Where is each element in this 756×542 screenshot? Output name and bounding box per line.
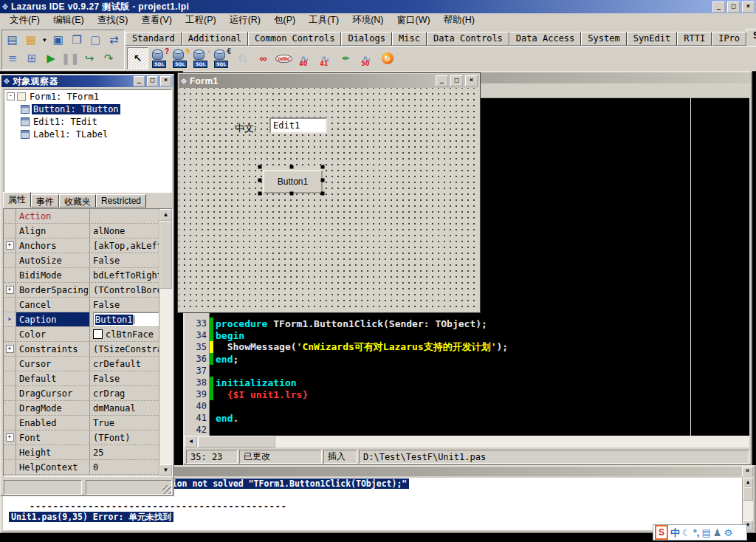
property-value[interactable]: clBtnFace [90,329,159,340]
palette-tab-data-access[interactable]: Data Access [509,32,581,46]
form-minimize-button[interactable]: _ [436,75,448,86]
message-item-error[interactable]: Unit1.pas(9,35) Error: 单元未找到 [9,512,173,522]
property-value[interactable]: 0 [90,462,159,473]
palette-tab-sqldb[interactable]: SQLdb [746,29,756,46]
palette-tab-common-controls[interactable]: Common Controls [248,32,341,46]
palette-tab-system[interactable]: System [581,32,626,46]
property-row[interactable]: ColorclBtnFace [4,327,159,342]
property-value[interactable]: alNone [90,226,159,236]
property-row[interactable]: DragModedmManual [4,401,159,416]
property-row[interactable]: BidiModebdLeftToRight [4,268,159,283]
menu-item[interactable]: 工程(P) [179,13,223,28]
messages-scrollbar[interactable]: ▲ ▼ [742,478,753,530]
menu-item[interactable]: 运行(R) [223,13,267,28]
firebird-connection-component[interactable]: ↻ [378,49,396,69]
property-value[interactable]: dmManual [90,403,159,414]
property-row[interactable]: DragCursorcrDrag [4,386,159,401]
property-row[interactable]: CancelFalse [4,298,159,312]
code-line[interactable]: 33procedure TForm1.Button1Click(Sender: … [185,318,749,329]
palette-tab-ipro[interactable]: IPro [712,32,746,46]
tree-item[interactable]: -Form1: TForm1 [4,90,171,103]
property-row[interactable]: +Font(TFont) [4,430,159,445]
pause-icon[interactable]: ❚❚ [61,49,79,66]
form-close-button[interactable]: × [465,75,478,86]
scroll-down-arrow[interactable]: ▼ [159,464,172,476]
property-row[interactable]: EnabledTrue [4,416,159,430]
menu-item[interactable]: 环境(N) [346,13,390,28]
property-row[interactable]: DefaultFalse [4,371,159,386]
property-value[interactable]: crDrag [90,388,159,399]
resize-grip[interactable] [162,485,171,494]
code-line[interactable]: 35 ShowMessage('CnWizards可有对Lazarus支持的开发… [185,341,749,353]
property-row[interactable]: AlignalNone [4,224,159,239]
scroll-up-arrow[interactable]: ▲ [743,478,753,487]
property-value[interactable]: (TSizeConstrain [90,344,159,354]
form-title-bar[interactable]: ❖ Form1 _ □ × [179,74,479,88]
menu-item[interactable]: 工具(T) [302,13,346,28]
minimize-button[interactable]: _ [712,1,725,13]
property-value[interactable]: [akTop,akLeft] [90,241,159,251]
property-value[interactable]: bdLeftToRight [90,270,159,281]
inspector-tab-事件[interactable]: 事件 [31,194,59,207]
tree-item[interactable]: Button1: TButton [4,103,171,115]
code-line[interactable]: 36end; [185,353,749,365]
property-value[interactable]: crDefault [90,359,159,369]
scroll-thumb[interactable] [198,436,275,447]
menu-item[interactable]: 包(P) [267,13,302,28]
form-canvas[interactable]: 中文: Edit1 Button1 [179,88,479,312]
property-value[interactable]: True [90,418,159,428]
editor-horizontal-scrollbar[interactable]: ◄ [185,436,749,447]
code-line[interactable]: 40 [185,400,749,412]
tree-item[interactable]: Edit1: TEdit [4,115,171,128]
property-value[interactable]: Button1 [90,312,159,326]
expand-icon[interactable]: + [6,345,14,353]
property-row[interactable]: AutoSizeFalse [4,253,159,268]
property-row[interactable]: Height25 [4,445,159,460]
palette-tab-data-controls[interactable]: Data Controls [427,32,509,46]
run-icon[interactable]: ▶ [42,49,60,66]
maximize-button[interactable]: □ [727,1,740,13]
messages-close-button[interactable]: × [742,467,753,476]
code-line[interactable]: 39 {$I unit1.lrs} [185,388,749,400]
fullhalf-moon-icon[interactable]: ☾ [682,528,691,538]
punctuation-icon[interactable]: °, [693,528,700,538]
property-row[interactable]: +Constraints(TSizeConstrain [4,342,159,357]
code-line[interactable]: 38initialization [185,377,749,388]
save-all-icon[interactable]: ❐ [68,31,85,48]
mysql41-connection-component[interactable]: ∿41 [316,49,334,69]
scroll-thumb[interactable] [159,221,172,289]
message-item[interactable]: ration not solved "TForm1.Button1Click(T… [154,478,409,489]
palette-tab-dialogs[interactable]: Dialogs [341,32,392,46]
sogou-icon[interactable]: S [655,525,668,540]
tree-item[interactable]: Label1: TLabel [4,128,171,140]
code-line[interactable]: 41end. [185,412,749,424]
property-row[interactable]: CursorcrDefault [4,357,159,371]
sqlquery-component[interactable]: ?SQL [151,49,169,69]
oi-minimize-button[interactable]: _ [134,76,145,86]
menu-item[interactable]: 查找(S) [91,13,135,28]
object-inspector-title-bar[interactable]: ❖ 对象观察器 _ □ × [1,75,173,87]
oracle-connection-component[interactable]: ∞ [254,49,272,69]
palette-tab-additional[interactable]: Additional [182,32,248,46]
sqltransaction-component[interactable]: ϟSQL [171,49,190,69]
code-line[interactable]: 42 [185,424,749,436]
property-row[interactable]: +Anchors[akTop,akLeft] [4,239,159,253]
person-icon[interactable]: ♟ [713,528,722,538]
inspector-tab-Restricted[interactable]: Restricted [96,194,146,207]
oi-maximize-button[interactable]: □ [147,76,158,86]
toggle-form-unit-icon[interactable]: ⇄ [106,31,123,48]
palette-tab-rtti[interactable]: RTTI [677,32,712,46]
new-form-icon[interactable]: ▢ [87,31,104,48]
designed-edit[interactable]: Edit1 [269,117,327,134]
new-unit-icon[interactable]: ▤ [4,31,21,48]
sqlconnector-component[interactable]: €SQL [213,49,231,69]
property-row[interactable]: HelpContext0 [4,460,159,475]
designed-button[interactable]: Button1 [263,170,323,193]
menu-item[interactable]: 窗口(W) [391,13,437,28]
menu-item[interactable]: 帮助(H) [437,13,481,28]
save-icon[interactable]: ▣ [49,31,66,48]
expand-icon[interactable]: + [6,286,14,294]
main-title-bar[interactable]: ❖ Lazarus IDE v0.9.27 测试版 - project1.lpi… [0,0,756,13]
select-tool-button[interactable]: ↖ [127,47,148,69]
sqlscript-component[interactable]: ▫SQL [192,49,210,69]
